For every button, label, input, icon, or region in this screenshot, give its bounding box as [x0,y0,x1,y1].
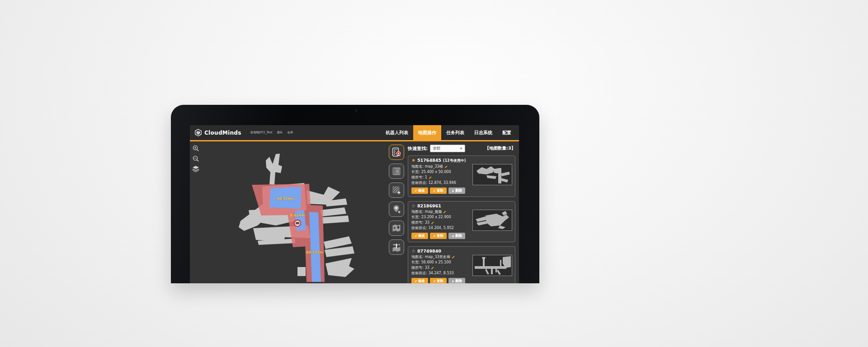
brand-name: CloudMinds [204,130,241,136]
map-floor-dock [297,267,306,276]
delete-button[interactable]: 删除 [448,233,465,239]
map-thumbnail [472,164,512,185]
field-label-size: 长宽: [411,170,420,174]
copy-button[interactable]: 复制 [430,188,447,194]
map-card: 87749840 地图名:map_33层走廊 长宽:56.600 x 25.10… [408,246,515,283]
map-size: 25.400 x 50.000 [421,170,451,174]
map-name: map_33层走廊 [425,255,450,259]
chevron-down-icon [460,148,462,150]
map-id: 87749840 [417,249,441,253]
measure-region-tool-button[interactable] [389,164,404,179]
map-name: map_33楼 [425,164,443,169]
map-status: (12号使用中) [443,158,466,163]
pencil-icon [415,189,417,192]
trash-icon [452,234,454,238]
app-screen: CloudMinds 欢迎BJDT2_Test 退出 全屏 机器人列表 地图操作… [190,125,519,283]
nav-settings[interactable]: 配置 [497,125,516,141]
page-background: CloudMinds 欢迎BJDT2_Test 退出 全屏 机器人列表 地图操作… [0,0,868,347]
quick-find-label: 快速查找: [408,145,428,152]
map-marker-icon [392,223,401,233]
favorite-star-icon[interactable] [411,203,415,208]
favorite-star-icon[interactable] [411,249,415,253]
favorite-star-icon[interactable] [411,158,415,163]
nav-map-operations[interactable]: 地图操作 [413,125,441,141]
map-id: 82186961 [417,203,441,208]
pencil-icon [415,280,417,282]
add-poi-tool-button[interactable] [389,202,404,217]
map-floor-east-pair-a [320,207,346,216]
map-size: 23.200 x 22.900 [421,215,451,219]
map-thumbnail [472,255,512,276]
nav-robot-list[interactable]: 机器人列表 [381,125,413,141]
copy-button[interactable]: 复制 [430,278,447,283]
zoom-out-button[interactable] [192,155,200,163]
delete-button[interactable]: 删除 [448,188,465,194]
map-list-panel: 快速查找: 全部 【地图数量:3】 51764845 (12号使用中) [407,141,519,282]
pencil-icon [433,280,436,282]
copy-button[interactable]: 复制 [430,233,447,239]
edit-floor-icon[interactable] [431,221,434,225]
brand-logo: CloudMinds [194,129,241,136]
poi-task-icon [392,147,401,157]
field-label-origin: 坐标原点: [411,271,427,275]
map-floor: 1 [425,175,427,179]
field-label-size: 长宽: [411,260,420,264]
pencil-icon [433,234,436,237]
top-nav-bar: CloudMinds 欢迎BJDT2_Test 退出 全屏 机器人列表 地图操作… [190,125,519,141]
add-poi-icon [392,204,401,214]
pencil-icon [415,234,417,237]
delete-button[interactable]: 删除 [448,278,465,283]
map-toolbar [386,141,407,282]
map-card: 82186961 地图名:map_腿腿 长宽:23.200 x 22.900 楼… [408,201,515,242]
map-floor: 33 [425,266,429,270]
fullscreen-link[interactable]: 全屏 [287,131,293,135]
map-floor-east-pair-b [322,216,349,224]
field-label-name: 地图名: [411,255,424,259]
map-size: 56.600 x 25.100 [421,260,451,264]
edit-floor-icon[interactable] [431,266,434,270]
virtual-wall-icon [392,185,401,195]
poi-task-tool-button[interactable] [389,145,404,160]
edit-floor-icon[interactable] [429,176,432,179]
session-links: 欢迎BJDT2_Test 退出 全屏 [250,131,293,135]
map-floor-se-fan [326,258,354,277]
map-canvas[interactable]: 40.519m² 8.614m² 80.215m² [190,141,386,282]
trash-icon [452,189,454,192]
modify-button[interactable]: 修改 [411,233,428,239]
modify-button[interactable]: 修改 [411,188,428,194]
map-upload-tool-button[interactable] [389,239,404,255]
map-filter-value: 全部 [433,146,440,151]
layers-button[interactable] [192,165,200,173]
zoom-in-icon [193,145,199,152]
map-card: 51764845 (12号使用中) 地图名:map_33楼 长宽:25.400 … [408,155,515,197]
cloudminds-logo-icon [194,129,202,136]
map-filter-dropdown[interactable]: 全部 [430,145,465,152]
modify-button[interactable]: 修改 [411,278,428,283]
laptop-mockup: CloudMinds 欢迎BJDT2_Test 退出 全屏 机器人列表 地图操作… [171,105,539,283]
logout-link[interactable]: 退出 [277,131,283,135]
edit-name-icon[interactable] [443,210,447,214]
edit-name-icon[interactable] [444,165,448,169]
robot-position-marker[interactable] [294,220,301,226]
nav-task-list[interactable]: 任务列表 [441,125,469,141]
webcam-dot [355,110,357,112]
map-thumbnail [472,210,512,231]
nav-log-system[interactable]: 日志系统 [469,125,497,141]
quick-find-row: 快速查找: 全部 【地图数量:3】 [408,145,515,152]
map-id: 51764845 [417,158,441,163]
occupancy-map: 40.519m² 8.614m² 80.215m² [190,141,386,282]
area-label-large: 40.519m² [277,197,295,201]
welcome-user-label: 欢迎BJDT2_Test [250,131,273,135]
zoom-out-icon [193,155,199,162]
virtual-wall-tool-button[interactable] [389,183,404,198]
card-actions: 修改 复制 删除 [411,233,512,239]
area-label-corridor: 80.215m² [306,250,324,254]
map-name: map_腿腿 [425,210,442,214]
map-origin: 34.247, 8.533 [429,271,454,275]
field-label-name: 地图名: [411,210,424,214]
edit-name-icon[interactable] [452,255,455,259]
map-origin: 14.204, 5.952 [429,226,454,230]
field-label-floor: 楼层号: [411,175,424,179]
map-marker-tool-button[interactable] [389,220,404,236]
zoom-in-button[interactable] [192,144,200,152]
